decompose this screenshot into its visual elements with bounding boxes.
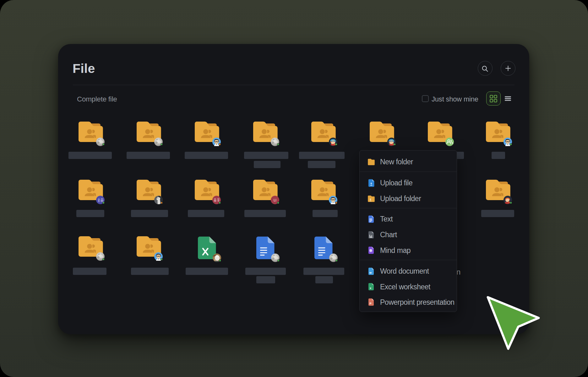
- svg-text:w: w: [369, 271, 372, 274]
- svg-text:P: P: [370, 302, 372, 305]
- svg-text:x: x: [370, 287, 371, 290]
